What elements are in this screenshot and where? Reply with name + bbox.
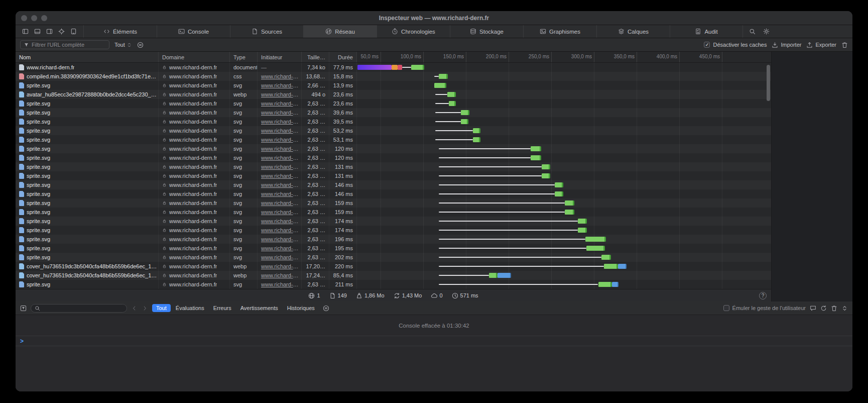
initiator-link[interactable]: www.richard-d…	[261, 245, 301, 251]
network-row[interactable]: compiled.min.38390909f303624ed9e1cf1bd3f…	[16, 72, 771, 81]
initiator-link[interactable]: www.richard-d…	[261, 128, 301, 134]
url-filter-field[interactable]	[20, 40, 109, 49]
console-reload-button[interactable]	[820, 305, 827, 312]
initiator-link[interactable]: www.richard-d…	[261, 191, 301, 197]
initiator-link[interactable]: www.richard-d…	[261, 73, 301, 79]
initiator-link[interactable]: www.richard-d…	[261, 91, 301, 97]
network-row[interactable]: sprite.svgwww.richard-dern.frsvgwww.rich…	[16, 226, 771, 235]
stat-domains[interactable]: 1	[308, 292, 320, 299]
network-row[interactable]: avatar_hu85ecc3e298728880b0bde2dcc4e5c23…	[16, 90, 771, 99]
dock-left-button[interactable]	[22, 28, 29, 35]
network-row[interactable]: www.richard-dern.frwww.richard-dern.frdo…	[16, 63, 771, 72]
console-drawer-button[interactable]	[810, 305, 816, 312]
console-scope-evaluations[interactable]: Évaluations	[172, 304, 208, 312]
initiator-link[interactable]: www.richard-d…	[261, 281, 301, 287]
console-search-input[interactable]	[42, 305, 123, 311]
tab-network[interactable]: Réseau	[303, 25, 377, 38]
stat-total-size[interactable]: 1,86 Mo	[356, 292, 385, 299]
network-row[interactable]: cover_hu736519dc3b5040cfa48b6b559b6de6ec…	[16, 271, 771, 280]
vertical-scrollbar[interactable]	[767, 65, 770, 101]
emulate-gesture-toggle[interactable]: Émuler le geste de l'utilisateur	[723, 305, 806, 311]
dock-bottom-button[interactable]	[34, 28, 41, 35]
network-row[interactable]: sprite.svgwww.richard-dern.frsvgwww.rich…	[16, 153, 771, 162]
column-header-taille[interactable]: Taille…	[302, 52, 329, 62]
next-result-button[interactable]	[142, 305, 148, 312]
network-row[interactable]: sprite.svgwww.richard-dern.frsvgwww.rich…	[16, 108, 771, 117]
network-row[interactable]: sprite.svgwww.richard-dern.frsvgwww.rich…	[16, 135, 771, 144]
column-header-domaine[interactable]: Domaine	[159, 52, 230, 62]
minimize-button[interactable]	[31, 15, 37, 21]
tab-sources[interactable]: Sources	[230, 25, 303, 38]
network-row[interactable]: sprite.svgwww.richard-dern.frsvgwww.rich…	[16, 117, 771, 126]
stat-transferred[interactable]: 1,43 Mo	[394, 292, 422, 299]
help-button[interactable]: ?	[759, 292, 767, 299]
stat-load-time[interactable]: 571 ms	[452, 292, 478, 299]
tab-console[interactable]: Console	[157, 25, 230, 38]
emulate-gesture-checkbox[interactable]	[723, 305, 729, 311]
network-row[interactable]: sprite.svgwww.richard-dern.frsvgwww.rich…	[16, 235, 771, 244]
initiator-link[interactable]: www.richard-d…	[261, 155, 301, 161]
initiator-link[interactable]: www.richard-d…	[261, 236, 301, 242]
initiator-link[interactable]: www.richard-d…	[261, 209, 301, 215]
network-row[interactable]: sprite.svgwww.richard-dern.frsvgwww.rich…	[16, 244, 771, 253]
column-header-type[interactable]: Type	[230, 52, 258, 62]
tab-graphics[interactable]: Graphismes	[523, 25, 596, 38]
initiator-link[interactable]: www.richard-d…	[261, 182, 301, 188]
tab-audit[interactable]: Audit	[670, 25, 743, 38]
inspector-search-button[interactable]	[749, 28, 756, 35]
network-row[interactable]: sprite.svgwww.richard-dern.frsvgwww.rich…	[16, 280, 771, 289]
resource-type-filter[interactable]: Tout	[114, 42, 132, 48]
network-row[interactable]: sprite.svgwww.richard-dern.frsvgwww.rich…	[16, 144, 771, 153]
initiator-link[interactable]: www.richard-d…	[261, 137, 301, 143]
initiator-link[interactable]: www.richard-d…	[261, 218, 301, 224]
tab-elements[interactable]: Éléments	[83, 25, 157, 38]
network-row[interactable]: sprite.svgwww.richard-dern.frsvgwww.rich…	[16, 208, 771, 217]
stat-cached[interactable]: 0	[431, 292, 442, 299]
disable-caches-checkbox[interactable]	[704, 42, 710, 48]
initiator-link[interactable]: www.richard-d…	[261, 119, 301, 125]
initiator-link[interactable]: www.richard-d…	[261, 110, 301, 116]
tab-timelines[interactable]: Chronologies	[377, 25, 450, 38]
column-header-nom[interactable]: Nom	[16, 52, 159, 62]
network-row[interactable]: sprite.svgwww.richard-dern.frsvgwww.rich…	[16, 99, 771, 108]
tab-storage[interactable]: Stockage	[450, 25, 523, 38]
console-scope-erreurs[interactable]: Erreurs	[209, 304, 235, 312]
column-header-initiateur[interactable]: Initiateur	[258, 52, 302, 62]
initiator-link[interactable]: www.richard-d…	[261, 100, 301, 107]
zoom-button[interactable]	[41, 15, 47, 21]
network-row[interactable]: sprite.svgwww.richard-dern.frsvgwww.rich…	[16, 171, 771, 180]
network-row[interactable]: sprite.svgwww.richard-dern.frsvgwww.rich…	[16, 217, 771, 226]
initiator-link[interactable]: www.richard-d…	[261, 173, 301, 179]
console-scope-avertissements[interactable]: Avertissements	[236, 304, 282, 312]
network-row[interactable]: sprite.svgwww.richard-dern.frsvgwww.rich…	[16, 162, 771, 171]
initiator-link[interactable]: www.richard-d…	[261, 254, 301, 260]
network-row[interactable]: sprite.svgwww.richard-dern.frsvgwww.rich…	[16, 126, 771, 135]
stat-resources[interactable]: 149	[329, 292, 347, 299]
console-scope-historiques[interactable]: Historiques	[283, 304, 319, 312]
import-button[interactable]: Importer	[772, 42, 801, 48]
titlebar[interactable]: Inspecteur web — www.richard-dern.fr	[16, 11, 852, 25]
disable-caches-toggle[interactable]: Désactiver les caches	[704, 42, 767, 48]
clear-console-button[interactable]	[831, 305, 837, 312]
network-row[interactable]: sprite.svgwww.richard-dern.frsvgwww.rich…	[16, 180, 771, 189]
initiator-link[interactable]: www.richard-d…	[261, 82, 301, 88]
tab-layers[interactable]: Calques	[596, 25, 670, 38]
inspector-settings-button[interactable]	[763, 28, 770, 35]
console-scope-tout[interactable]: Tout	[152, 304, 171, 312]
resize-console-button[interactable]	[841, 305, 848, 312]
initiator-link[interactable]: www.richard-d…	[261, 263, 301, 269]
network-row[interactable]: sprite.svgwww.richard-dern.frsvgwww.rich…	[16, 253, 771, 262]
previous-result-button[interactable]	[131, 305, 138, 312]
element-picker-button[interactable]	[58, 28, 65, 35]
network-row[interactable]: sprite.svgwww.richard-dern.frsvgwww.rich…	[16, 189, 771, 198]
clear-network-button[interactable]	[841, 42, 848, 48]
console-prompt-row[interactable]: >	[16, 336, 852, 346]
console-search-field[interactable]	[31, 304, 127, 313]
network-row[interactable]: sprite.svgwww.richard-dern.frsvgwww.rich…	[16, 198, 771, 208]
initiator-link[interactable]: www.richard-d…	[261, 227, 301, 233]
initiator-link[interactable]: www.richard-d…	[261, 200, 301, 206]
device-button[interactable]	[70, 28, 77, 35]
network-row[interactable]: cover_hu736519dc3b5040cfa48b6b559b6de6ec…	[16, 262, 771, 271]
initiator-link[interactable]: www.richard-d…	[261, 164, 301, 170]
console-filter-button[interactable]	[20, 305, 27, 312]
